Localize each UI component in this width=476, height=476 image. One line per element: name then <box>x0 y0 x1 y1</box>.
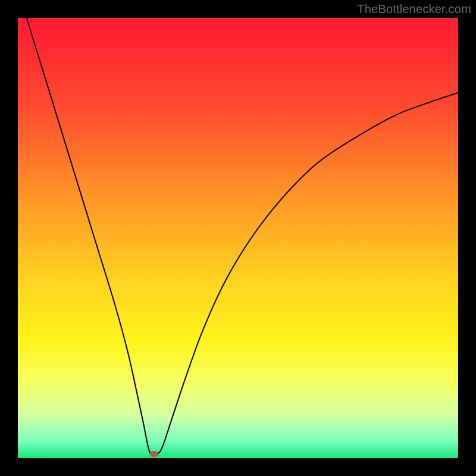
optimum-marker <box>150 451 158 457</box>
curve-path <box>27 18 458 455</box>
watermark-text: TheBottlenecker.com <box>357 2 471 16</box>
plot-area <box>18 18 458 458</box>
bottleneck-curve <box>18 18 458 458</box>
chart-frame: TheBottlenecker.com <box>0 0 476 476</box>
